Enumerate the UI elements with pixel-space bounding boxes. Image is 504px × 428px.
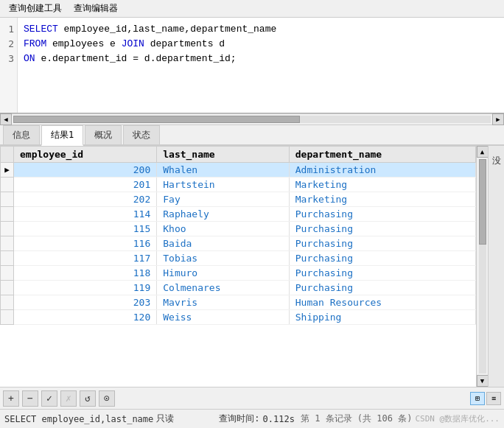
table-row[interactable]: 116BaidaPurchasing — [1, 236, 476, 251]
readonly-label: 只读 — [156, 413, 174, 425]
query-time-value: 0.112s — [263, 414, 295, 424]
cell-employee-id: 203 — [14, 295, 157, 310]
tab-overview[interactable]: 概况 — [85, 125, 122, 144]
cell-department-name: Human Resources — [289, 295, 475, 310]
table-row[interactable]: 120WeissShipping — [1, 310, 476, 325]
col-header-department-name[interactable]: department_name — [289, 147, 475, 163]
row-indicator-cell — [1, 251, 14, 266]
table-row[interactable]: 119ColmenaresPurchasing — [1, 281, 476, 295]
toolbar-settings-btn[interactable]: ⊙ — [99, 390, 115, 407]
row-indicator-cell — [1, 207, 14, 222]
cell-employee-id: 114 — [14, 207, 157, 222]
table-row[interactable]: 115KhooPurchasing — [1, 222, 476, 236]
scroll-up-arrow[interactable]: ▲ — [477, 146, 489, 158]
row-indicator-header — [1, 147, 14, 163]
tab-status[interactable]: 状态 — [123, 125, 160, 144]
table-row[interactable]: ▶200WhalenAdministration — [1, 163, 476, 178]
vertical-scrollbar[interactable]: ▲ ▼ — [476, 146, 488, 387]
cell-employee-id: 119 — [14, 281, 157, 295]
keyword-select: SELECT — [24, 24, 64, 35]
row-indicator-cell — [1, 192, 14, 207]
v-scroll-track[interactable] — [479, 159, 486, 373]
menu-bar: 查询创建工具 查询编辑器 — [0, 0, 504, 18]
toolbar-add-btn[interactable]: + — [3, 390, 19, 407]
code-line-3: ON e.department_id = d.department_id; — [24, 52, 498, 66]
table-row[interactable]: 203MavrisHuman Resources — [1, 295, 476, 310]
cell-department-name: Administration — [289, 163, 475, 178]
scroll-right-arrow[interactable]: ▶ — [492, 113, 504, 125]
view-grid-btn[interactable]: ⊞ — [470, 392, 485, 405]
line-numbers: 1 2 3 — [0, 18, 18, 113]
identifier-condition: e.department_id = d.department_id; — [41, 53, 236, 64]
scroll-left-arrow[interactable]: ◀ — [0, 113, 12, 125]
keyword-join: JOIN — [122, 38, 150, 49]
identifier-cols: employee_id,last_name,department_name — [64, 24, 277, 35]
keyword-from: FROM — [24, 38, 52, 49]
cell-last-name: Raphaely — [157, 207, 290, 222]
cell-employee-id: 120 — [14, 310, 157, 325]
table-row[interactable]: 118HimuroPurchasing — [1, 266, 476, 281]
row-indicator-cell — [1, 266, 14, 281]
table-wrapper[interactable]: employee_id last_name department_name ▶2… — [0, 146, 476, 387]
table-row[interactable]: 201HartsteinMarketing — [1, 178, 476, 192]
code-area[interactable]: SELECT employee_id,last_name,department_… — [18, 18, 504, 113]
toolbar-refresh-btn[interactable]: ↺ — [80, 390, 96, 407]
cell-last-name: Fay — [157, 192, 290, 207]
cell-department-name: Purchasing — [289, 281, 475, 295]
view-buttons: ⊞ ≡ — [470, 392, 501, 405]
results-body: employee_id last_name department_name ▶2… — [0, 146, 504, 387]
toolbar-remove-btn[interactable]: − — [22, 390, 38, 407]
horizontal-scrollbar[interactable]: ◀ ▶ — [0, 113, 504, 125]
table-row[interactable]: 114RaphaelyPurchasing — [1, 207, 476, 222]
scroll-track[interactable] — [13, 116, 491, 123]
scroll-thumb[interactable] — [13, 116, 300, 123]
sql-preview-text: SELECT employee_id,last_name — [4, 414, 153, 424]
row-indicator-cell — [1, 281, 14, 295]
scroll-down-arrow[interactable]: ▼ — [477, 375, 489, 387]
row-indicator-cell — [1, 236, 14, 251]
cell-employee-id: 200 — [14, 163, 157, 178]
cell-last-name: Whalen — [157, 163, 290, 178]
toolbar-cancel-btn[interactable]: ✗ — [60, 390, 77, 407]
col-header-last-name[interactable]: last_name — [157, 147, 290, 163]
cell-last-name: Tobias — [157, 251, 290, 266]
tab-results1[interactable]: 结果1 — [41, 125, 83, 146]
row-indicator-cell — [1, 295, 14, 310]
cell-department-name: Marketing — [289, 178, 475, 192]
results-container: employee_id last_name department_name ▶2… — [0, 146, 504, 387]
view-list-btn[interactable]: ≡ — [486, 392, 501, 405]
main-content: 1 2 3 SELECT employee_id,last_name,depar… — [0, 18, 504, 428]
cell-employee-id: 117 — [14, 251, 157, 266]
col-header-employee-id[interactable]: employee_id — [14, 147, 157, 163]
cell-employee-id: 116 — [14, 236, 157, 251]
query-time-label: 查询时间: — [219, 413, 259, 425]
identifier-table1: employees e — [52, 38, 122, 49]
cell-last-name: Khoo — [157, 222, 290, 236]
bottom-toolbar: + − ✓ ✗ ↺ ⊙ ⊞ ≡ — [0, 387, 504, 409]
menu-item-query-create[interactable]: 查询创建工具 — [3, 1, 68, 16]
cell-employee-id: 201 — [14, 178, 157, 192]
cell-last-name: Weiss — [157, 310, 290, 325]
v-scroll-thumb[interactable] — [479, 159, 486, 245]
status-right: 第 1 条记录 (共 106 条) CSDN @数据库优化... — [301, 413, 500, 425]
table-row[interactable]: 117TobiasPurchasing — [1, 251, 476, 266]
keyword-on: ON — [24, 53, 41, 64]
results-section: 信息 结果1 概况 状态 employee_id last_name depar… — [0, 125, 504, 428]
menu-item-query-editor[interactable]: 查询编辑器 — [68, 1, 124, 16]
sql-editor[interactable]: 1 2 3 SELECT employee_id,last_name,depar… — [0, 18, 504, 113]
table-row[interactable]: 202FayMarketing — [1, 192, 476, 207]
identifier-table2: departments d — [150, 38, 225, 49]
page-info-text: 第 1 条记录 (共 106 条) — [301, 413, 412, 425]
cell-department-name: Purchasing — [289, 207, 475, 222]
cell-employee-id: 118 — [14, 266, 157, 281]
status-left: SELECT employee_id,last_name 只读 查询时间: 0.… — [4, 413, 295, 425]
toolbar-confirm-btn[interactable]: ✓ — [41, 390, 57, 407]
cell-department-name: Purchasing — [289, 236, 475, 251]
code-line-2: FROM employees e JOIN departments d — [24, 37, 498, 52]
cell-employee-id: 115 — [14, 222, 157, 236]
cell-department-name: Shipping — [289, 310, 475, 325]
table-body: ▶200WhalenAdministration201HartsteinMark… — [1, 163, 476, 325]
tab-info[interactable]: 信息 — [3, 125, 40, 144]
cell-last-name: Colmenares — [157, 281, 290, 295]
row-indicator-cell — [1, 178, 14, 192]
